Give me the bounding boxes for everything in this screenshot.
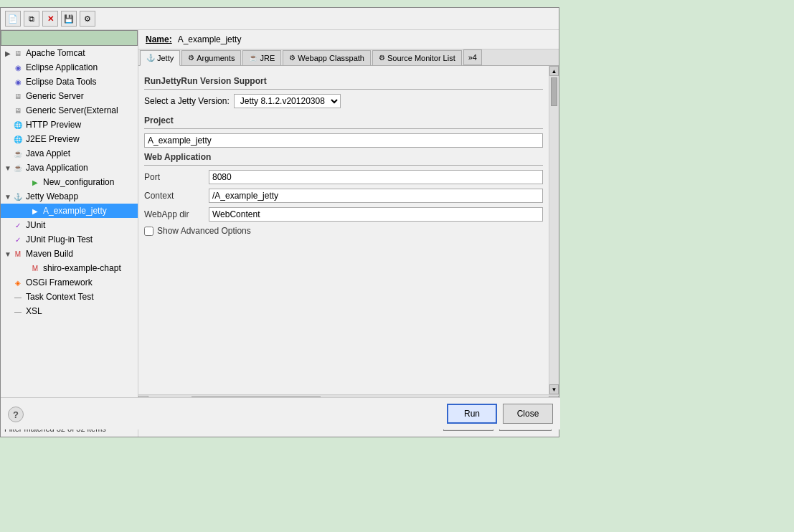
advanced-label[interactable]: Show Advanced Options [157, 226, 251, 236]
port-label: Port [144, 172, 209, 182]
advanced-checkbox[interactable] [144, 227, 153, 236]
close-button[interactable]: Close [503, 404, 553, 424]
version-select[interactable]: Jetty 8.1.2.v20120308 Jetty 7.x Jetty 6.… [234, 94, 341, 108]
sidebar-item-label: New_configuration [43, 177, 114, 187]
sidebar-item-label: A_example_jetty [43, 206, 107, 216]
tab-overflow[interactable]: »4 [463, 49, 482, 65]
help-button[interactable]: ? [8, 407, 24, 422]
xsl-icon: — [12, 305, 24, 317]
project-section-title: Project [144, 115, 543, 125]
sidebar-item-osgi[interactable]: ◈ OSGi Framework [1, 275, 138, 290]
scroll-down-button[interactable]: ▼ [549, 384, 559, 394]
sidebar-item-label: HTTP Preview [26, 120, 81, 130]
tab-arguments[interactable]: ⚙ Arguments [181, 50, 241, 65]
server-icon: 🌐 [12, 119, 24, 130]
delete-button[interactable]: ✕ [42, 11, 58, 27]
sidebar-item-label: Maven Build [26, 249, 73, 259]
version-label: Select a Jetty Version: [144, 96, 230, 106]
tab-label: JRE [260, 54, 275, 62]
new-config-button[interactable]: 📄 [5, 11, 21, 27]
sidebar-item-task-context[interactable]: — Task Context Test [1, 290, 138, 304]
context-input[interactable] [209, 189, 543, 203]
filter-input[interactable]: type filter text [1, 30, 138, 46]
tab-content: RunJettyRun Version Support Select a Jet… [138, 66, 559, 437]
server-icon: 🌐 [12, 133, 24, 145]
port-row: Port [144, 170, 543, 184]
server-icon: 🖥 [12, 90, 24, 102]
version-section: Select a Jetty Version: Jetty 8.1.2.v201… [144, 94, 543, 108]
run-jetty-icon: ▶ [29, 205, 41, 217]
webapp-tab-icon: ⚙ [289, 54, 296, 62]
save-button[interactable]: 💾 [61, 11, 77, 27]
sidebar-item-java-applet[interactable]: ☕ Java Applet [1, 146, 138, 161]
sidebar-item-eclipse-app[interactable]: ◉ Eclipse Application [1, 60, 138, 75]
tab-jetty[interactable]: ⚓ Jetty [140, 50, 180, 66]
run-configurations-dialog: 📄 ⧉ ✕ 💾 ⚙ type filter text ▶ 🖥 Apache To… [0, 7, 559, 437]
sidebar-item-a-example-jetty[interactable]: ▶ A_example_jetty [1, 204, 138, 218]
scrollbar-v-thumb[interactable] [551, 77, 557, 106]
webappdir-input[interactable] [209, 207, 543, 222]
webapp-divider [144, 165, 543, 166]
right-panel: Name: A_example_jetty ⚓ Jetty ⚙ Argument… [138, 30, 559, 437]
jetty-tab-pane: RunJettyRun Version Support Select a Jet… [138, 66, 559, 437]
project-row: A_example_jetty [144, 133, 543, 148]
server-icon: 🖥 [12, 47, 24, 59]
sidebar-item-label: J2EE Preview [26, 134, 80, 144]
duplicate-icon: ⧉ [29, 14, 34, 24]
sidebar-item-label: OSGi Framework [26, 277, 93, 288]
sidebar-item-label: XSL [26, 306, 42, 316]
sidebar-item-j2ee-preview[interactable]: 🌐 J2EE Preview [1, 132, 138, 146]
filter-button[interactable]: ⚙ [80, 11, 95, 27]
jetty-tab-icon: ⚓ [146, 54, 155, 62]
name-value: A_example_jetty [178, 34, 552, 44]
sidebar-item-apache-tomcat[interactable]: ▶ 🖥 Apache Tomcat [1, 46, 138, 60]
tab-source-monitor[interactable]: ⚙ Source Monitor List [372, 50, 462, 65]
tab-jre[interactable]: ☕ JRE [242, 50, 281, 65]
tab-label: Jetty [157, 54, 174, 62]
tab-webapp-classpath[interactable]: ⚙ Webapp Classpath [283, 50, 371, 65]
duplicate-button[interactable]: ⧉ [24, 11, 39, 27]
overflow-label: »4 [468, 53, 477, 62]
sidebar-item-generic-server-ext[interactable]: 🖥 Generic Server(External [1, 103, 138, 118]
task-icon: — [12, 291, 24, 303]
source-tab-icon: ⚙ [379, 54, 385, 62]
maven-icon: M [12, 248, 24, 260]
context-row: Context [144, 189, 543, 203]
expand-icon: ▶ [4, 49, 12, 57]
project-value: A_example_jetty [144, 133, 543, 148]
sidebar-item-new-configuration[interactable]: ▶ New_configuration [1, 175, 138, 189]
sidebar-item-xsl[interactable]: — XSL [1, 304, 138, 318]
sidebar-item-maven-build[interactable]: ▼ M Maven Build [1, 247, 138, 261]
sidebar-item-label: Java Application [26, 163, 88, 173]
scroll-up-button[interactable]: ▲ [549, 66, 559, 76]
save-icon: 💾 [64, 14, 74, 24]
run-button[interactable]: Run [447, 404, 497, 424]
sidebar-item-shiro-example[interactable]: M shiro-example-chapt [1, 261, 138, 275]
name-row: Name: A_example_jetty [138, 30, 559, 49]
port-input[interactable] [209, 170, 543, 184]
sidebar-item-label: Apache Tomcat [26, 48, 85, 58]
sidebar-item-label: JUnit [26, 220, 45, 230]
sidebar-item-generic-server[interactable]: 🖥 Generic Server [1, 89, 138, 103]
sidebar-item-eclipse-data[interactable]: ◉ Eclipse Data Tools [1, 75, 138, 89]
sidebar-item-label: Java Applet [26, 148, 70, 158]
java-icon: ☕ [12, 148, 24, 159]
osgi-icon: ◈ [12, 277, 24, 288]
server-icon: 🖥 [12, 105, 24, 116]
sidebar-item-label: Eclipse Data Tools [26, 77, 97, 87]
dialog-bottom-bar: Run Close [1, 397, 560, 429]
name-label: Name: [146, 34, 172, 44]
sidebar-item-http-preview[interactable]: 🌐 HTTP Preview [1, 118, 138, 132]
sidebar-item-label: JUnit Plug-in Test [26, 234, 93, 244]
sidebar-item-java-application[interactable]: ▼ ☕ Java Application [1, 161, 138, 175]
sidebar-item-junit[interactable]: ✓ JUnit [1, 218, 138, 232]
eclipse-icon: ◉ [12, 62, 24, 73]
sidebar-item-jetty-webapp[interactable]: ▼ ⚓ Jetty Webapp [1, 189, 138, 204]
jetty-icon: ⚓ [12, 191, 24, 202]
sidebar-item-junit-plugin[interactable]: ✓ JUnit Plug-in Test [1, 232, 138, 247]
maven-child-icon: M [29, 262, 41, 274]
webappdir-row: WebApp dir [144, 207, 543, 222]
sidebar-item-label: Generic Server [26, 91, 84, 101]
java-icon: ☕ [12, 162, 24, 174]
dialog-toolbar: 📄 ⧉ ✕ 💾 ⚙ [1, 8, 559, 30]
